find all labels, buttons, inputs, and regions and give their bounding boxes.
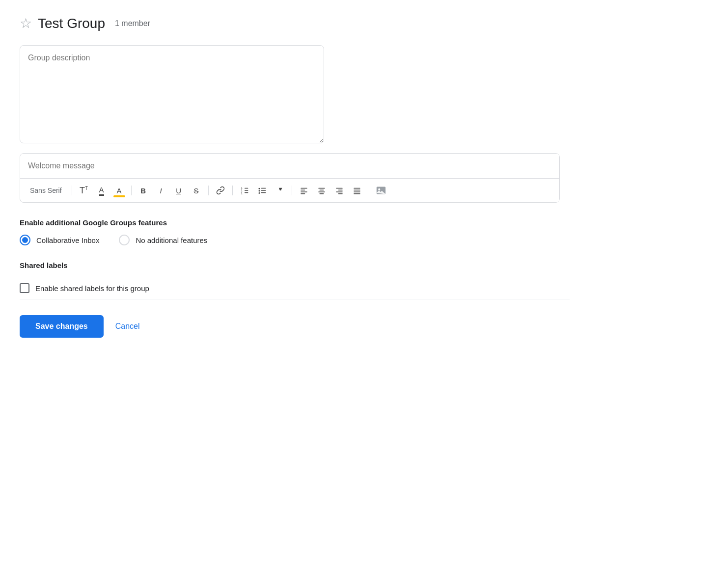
welcome-message-section: Sans Serif TT A A B I U S — [20, 153, 560, 203]
svg-rect-17 — [319, 190, 324, 191]
no-additional-features-label: No additional features — [136, 236, 207, 244]
toolbar-divider-6 — [369, 186, 369, 195]
action-buttons: Save changes Cancel — [20, 315, 570, 338]
align-left-button[interactable] — [296, 183, 312, 198]
formatting-toolbar: Sans Serif TT A A B I U S — [20, 179, 559, 202]
svg-rect-11 — [261, 192, 266, 193]
svg-rect-27 — [354, 193, 360, 194]
shared-labels-section-label: Shared labels — [20, 261, 570, 269]
toolbar-divider-3 — [208, 186, 209, 195]
insert-link-button[interactable] — [213, 183, 228, 198]
highlight-color-button[interactable]: A — [111, 183, 127, 198]
star-icon[interactable]: ☆ — [20, 17, 32, 30]
svg-point-29 — [378, 188, 380, 190]
align-center-button[interactable] — [314, 183, 329, 198]
svg-rect-21 — [338, 190, 342, 191]
svg-point-6 — [258, 188, 260, 189]
justify-button[interactable] — [349, 183, 365, 198]
collaborative-inbox-radio[interactable] — [20, 235, 30, 245]
radio-inner — [22, 237, 28, 243]
toolbar-divider-2 — [131, 186, 132, 195]
shared-labels-section: Shared labels Enable shared labels for t… — [20, 261, 570, 299]
svg-rect-19 — [319, 193, 324, 194]
shared-labels-checkbox-label: Enable shared labels for this group — [35, 284, 149, 293]
no-additional-features-option[interactable]: No additional features — [119, 235, 207, 245]
svg-rect-10 — [261, 190, 266, 191]
features-section-label: Enable additional Google Groups features — [20, 218, 570, 227]
italic-button[interactable]: I — [153, 183, 169, 198]
svg-rect-4 — [245, 190, 248, 191]
cancel-button[interactable]: Cancel — [111, 315, 144, 338]
svg-rect-3 — [245, 188, 248, 189]
underline-button[interactable]: U — [171, 183, 187, 198]
svg-point-8 — [258, 192, 260, 194]
svg-rect-13 — [301, 190, 305, 191]
svg-rect-5 — [245, 192, 248, 193]
group-title: Test Group — [38, 16, 105, 31]
remove-format-button[interactable] — [272, 183, 288, 198]
insert-image-button[interactable] — [373, 183, 389, 198]
svg-rect-24 — [354, 188, 360, 189]
svg-rect-26 — [354, 191, 360, 192]
no-additional-features-radio[interactable] — [119, 235, 130, 245]
align-right-button[interactable] — [331, 183, 347, 198]
group-header: ☆ Test Group 1 member — [20, 16, 570, 31]
svg-text:3.: 3. — [241, 192, 243, 195]
text-size-button[interactable]: TT — [76, 183, 92, 198]
collaborative-inbox-label: Collaborative Inbox — [36, 236, 99, 244]
bold-button[interactable]: B — [136, 183, 151, 198]
font-color-button[interactable]: A — [94, 183, 110, 198]
font-name-selector[interactable]: Sans Serif — [26, 185, 66, 196]
highlight-bar — [113, 195, 125, 197]
svg-point-7 — [258, 190, 260, 191]
member-count: 1 member — [115, 19, 150, 28]
unordered-list-button[interactable] — [254, 183, 270, 198]
toolbar-divider-4 — [232, 186, 233, 195]
svg-rect-14 — [301, 191, 307, 192]
toolbar-divider-1 — [72, 186, 72, 195]
strikethrough-button[interactable]: S — [189, 183, 204, 198]
shared-labels-checkbox[interactable] — [20, 283, 29, 293]
group-description-input[interactable] — [20, 45, 324, 143]
additional-features-section: Enable additional Google Groups features… — [20, 218, 570, 245]
save-changes-button[interactable]: Save changes — [20, 315, 104, 338]
features-radio-group: Collaborative Inbox No additional featur… — [20, 235, 570, 245]
shared-labels-checkbox-row: Enable shared labels for this group — [20, 277, 570, 299]
welcome-message-input[interactable] — [20, 154, 559, 179]
svg-rect-22 — [336, 191, 343, 192]
collaborative-inbox-option[interactable]: Collaborative Inbox — [20, 235, 99, 245]
svg-rect-16 — [318, 188, 325, 189]
svg-rect-25 — [354, 190, 360, 191]
toolbar-divider-5 — [292, 186, 292, 195]
ordered-list-button[interactable]: 1. 2. 3. — [237, 183, 252, 198]
svg-rect-15 — [301, 193, 305, 194]
svg-rect-12 — [301, 188, 307, 189]
svg-rect-23 — [338, 193, 342, 194]
svg-rect-20 — [336, 188, 343, 189]
svg-rect-9 — [261, 188, 266, 189]
svg-rect-18 — [318, 191, 325, 192]
